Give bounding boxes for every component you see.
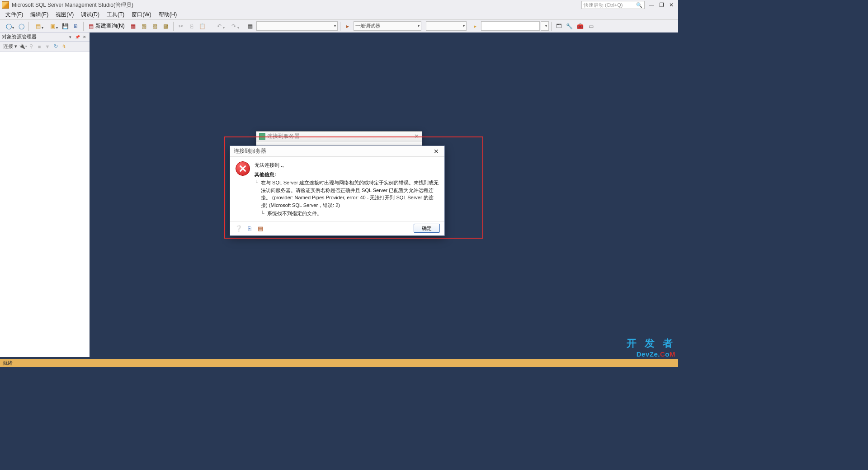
restore-button[interactable]: ❐ xyxy=(656,1,666,9)
undo-button[interactable]: ↶ xyxy=(212,21,226,31)
config-icon: ▦ xyxy=(248,23,253,29)
menu-window[interactable]: 窗口(W) xyxy=(128,10,155,19)
disconnect-icon[interactable]: ⚲ xyxy=(28,43,35,50)
toolbar-separator xyxy=(173,22,174,31)
toolbar-separator xyxy=(551,22,552,31)
debugger-combo-label: 一般调试器 xyxy=(355,23,380,29)
tool-btn-3[interactable]: 🧰 xyxy=(576,21,585,31)
titlebar: Microsoft SQL Server Management Studio(管… xyxy=(0,0,678,10)
activity-icon[interactable]: ▸ xyxy=(343,21,353,31)
nav-back-button[interactable]: ◯ xyxy=(2,21,15,31)
object-explorer-title-bar: 对象资源管理器 ▾ 📌 ✕ xyxy=(0,33,90,42)
connect-plug-icon[interactable]: 🔌▾ xyxy=(19,43,27,50)
error-dialog-content: 无法连接到 .。 其他信息: 在与 SQL Server 建立连接时出现与网络相… xyxy=(230,157,444,221)
error-detail-2: 系统找不到指定的文件。 xyxy=(261,210,439,217)
object-explorer-panel: 对象资源管理器 ▾ 📌 ✕ 连接 ▾ 🔌▾ ⚲ ■ ▼ ↻ ↯ xyxy=(0,33,90,357)
object-explorer-title: 对象资源管理器 xyxy=(2,33,37,40)
redo-button[interactable]: ↷ xyxy=(227,21,241,31)
chevron-down-icon: ▾ xyxy=(334,24,336,28)
error-dialog-close-button[interactable]: ✕ xyxy=(432,147,441,155)
extra-combo[interactable]: ▾ xyxy=(541,21,549,31)
new-query-label: 新建查询(N) xyxy=(95,22,125,30)
object-explorer-toolbar: 连接 ▾ 🔌▾ ⚲ ■ ▼ ↻ ↯ xyxy=(0,42,90,52)
refresh-icon[interactable]: ↻ xyxy=(52,43,59,50)
new-file-icon: ▤ xyxy=(36,23,41,29)
tool-btn-1[interactable]: 🗔 xyxy=(554,21,564,31)
database-combo[interactable]: ▾ xyxy=(256,21,338,31)
panel-close-button[interactable]: ✕ xyxy=(81,34,88,40)
menu-view[interactable]: 视图(V) xyxy=(52,10,77,19)
db-engine-query-button[interactable]: ▦ xyxy=(128,21,138,31)
db-icon: ▦ xyxy=(131,23,136,29)
toolbar-separator xyxy=(28,22,29,31)
wrench-icon: 🔧 xyxy=(566,23,573,29)
new-query-button[interactable]: ▤ 新建查询(N) xyxy=(86,21,127,31)
cut-button[interactable]: ✂ xyxy=(176,21,186,31)
panel-pin-button[interactable]: 📌 xyxy=(74,34,80,40)
paste-icon: 📋 xyxy=(199,23,206,29)
new-project-button[interactable]: ▤ xyxy=(31,21,45,31)
dmx-query-button[interactable]: ▨ xyxy=(150,21,160,31)
xml-icon: ▩ xyxy=(163,23,168,29)
toolbar-separator xyxy=(210,22,210,31)
help-icon[interactable]: ❔ xyxy=(235,224,243,232)
tool-btn-4[interactable]: ▭ xyxy=(586,21,596,31)
save-all-button[interactable]: 🗎 xyxy=(71,21,81,31)
minimize-button[interactable]: — xyxy=(646,1,656,9)
circle-arrow-right-icon: ◯ xyxy=(19,23,24,29)
thread-combo[interactable]: ▾ xyxy=(426,21,467,31)
mdx-query-button[interactable]: ▧ xyxy=(139,21,149,31)
connect-dropdown[interactable]: 连接 ▾ xyxy=(2,43,19,50)
chevron-down-icon: ▾ xyxy=(463,24,465,28)
process-icon: ▸ xyxy=(346,23,349,29)
copy-button[interactable]: ⎘ xyxy=(187,21,197,31)
nav-forward-button[interactable]: ◯ xyxy=(16,21,26,31)
error-dialog-titlebar[interactable]: 连接到服务器 ✕ xyxy=(230,146,444,157)
redo-icon: ↷ xyxy=(231,23,236,29)
xmla-query-button[interactable]: ▩ xyxy=(161,21,171,31)
undo-icon: ↶ xyxy=(217,23,222,29)
error-icon xyxy=(236,161,250,176)
close-button[interactable]: ✕ xyxy=(666,1,676,9)
menu-debug[interactable]: 调试(D) xyxy=(77,10,103,19)
panel-dropdown-button[interactable]: ▾ xyxy=(67,34,73,40)
filter-icon[interactable]: ▼ xyxy=(44,43,51,50)
connect-dialog-titlebar[interactable]: 连接到服务器 ✕ xyxy=(256,132,422,141)
folder-open-icon: ▣ xyxy=(50,23,55,29)
sync-icon[interactable]: ↯ xyxy=(60,43,67,50)
copy-icon: ⎘ xyxy=(190,23,193,29)
toolbar-separator xyxy=(83,22,84,31)
tool-btn-2[interactable]: 🔧 xyxy=(565,21,575,31)
error-line1: 无法连接到 .。 xyxy=(255,161,439,169)
solution-config-button[interactable]: ▦ xyxy=(245,21,255,31)
error-extra-label: 其他信息: xyxy=(255,172,276,177)
stackframe-field[interactable] xyxy=(481,21,540,31)
show-details-icon[interactable]: ▤ xyxy=(256,224,264,232)
save-icon: 💾 xyxy=(62,23,69,29)
save-button[interactable]: 💾 xyxy=(60,21,70,31)
status-text: 就绪 xyxy=(3,360,13,367)
menu-tools[interactable]: 工具(T) xyxy=(103,10,128,19)
stackframe-button[interactable]: ▸ xyxy=(470,21,480,31)
object-explorer-tree[interactable] xyxy=(0,52,90,357)
app-icon xyxy=(2,1,9,9)
connect-dialog-close-button[interactable]: ✕ xyxy=(414,133,419,140)
menubar: 文件(F) 编辑(E) 视图(V) 调试(D) 工具(T) 窗口(W) 帮助(H… xyxy=(0,10,678,20)
tool-icon: 🗔 xyxy=(556,23,561,29)
menu-file[interactable]: 文件(F) xyxy=(2,10,27,19)
chevron-down-icon: ▾ xyxy=(418,24,420,28)
paste-button[interactable]: 📋 xyxy=(198,21,208,31)
connect-dialog-title: 连接到服务器 xyxy=(267,132,300,140)
menu-help[interactable]: 帮助(H) xyxy=(155,10,181,19)
cube-icon: ▧ xyxy=(142,23,146,29)
toolbar-separator xyxy=(340,22,340,31)
sql-file-icon: ▤ xyxy=(89,23,94,29)
menu-edit[interactable]: 编辑(E) xyxy=(27,10,52,19)
status-bar: 就绪 xyxy=(0,359,678,367)
debugger-combo[interactable]: 一般调试器 ▾ xyxy=(354,21,421,31)
stop-icon[interactable]: ■ xyxy=(36,43,43,50)
open-file-button[interactable]: ▣ xyxy=(46,21,59,31)
quick-launch-input[interactable]: 快速启动 (Ctrl+Q) 🔍 xyxy=(581,1,645,9)
ok-button[interactable]: 确定 xyxy=(414,224,440,233)
copy-message-icon[interactable]: ⎘ xyxy=(245,224,254,232)
